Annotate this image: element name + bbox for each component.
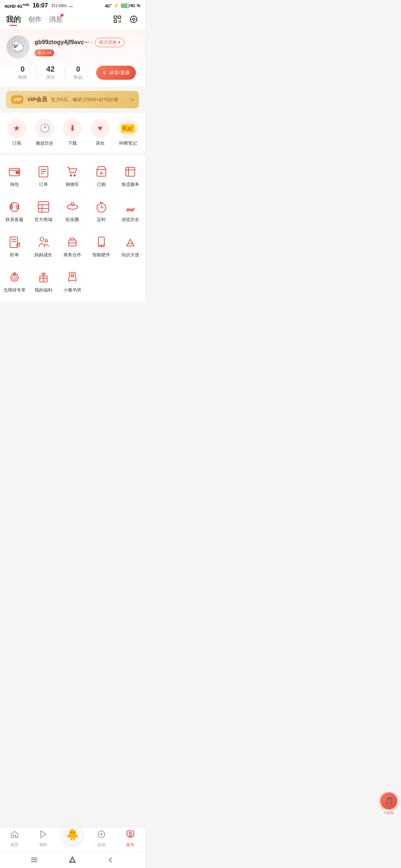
record-live-button[interactable]: 🎙 录音/直播 [96,66,136,80]
mode-switch-button[interactable]: 模式切换 ▾ [95,38,124,47]
menu-item-playlist[interactable]: 听单 [0,230,29,263]
vip-arrow-icon: > [131,97,134,103]
browsehistory-icon [123,200,138,214]
welfare-icon [36,270,51,285]
menu-item-mom[interactable]: 妈妈成长 [29,230,58,263]
works-count: 0 [65,65,92,73]
menu-item-wallet[interactable]: 钱包 [0,160,29,192]
fans-count: 0 [9,65,36,73]
history-icon-wrap: 🕐 [35,119,54,138]
status-bar: 4GHD 4G+HD 16:07 311 KB/s ... 4G+ ⚡ 91 % [0,0,145,11]
stats-row: 0 粉丝 42 关注 0 作品 🎙 录音/直播 [6,65,139,80]
menu-item-browsehistory[interactable]: 浏览历史 [116,195,145,227]
svg-rect-24 [126,167,135,176]
svg-point-47 [45,240,48,242]
business-icon [65,235,80,250]
notes-icon-wrap: Ka! [118,119,138,138]
quick-item-likes[interactable]: ♥ 喜欢 [89,119,111,147]
avatar[interactable]: 🐑 [6,35,30,59]
download-label: 下载 [68,140,77,147]
playlist-label: 听单 [10,252,19,258]
vip-title: VIP会员 [27,96,47,103]
quick-item-notes[interactable]: Ka! 咔嚓笔记 [117,119,139,147]
menu-item-accessible[interactable]: 无障碍专享 [0,266,29,298]
freeflow-label: 免流服务 [121,181,139,188]
knowledge-icon [123,235,138,250]
avatar-image: 🐑 [7,36,29,58]
stat-fans[interactable]: 0 粉丝 [9,65,36,80]
stat-works[interactable]: 0 作品 [65,65,92,80]
svg-point-21 [70,175,72,176]
battery-percent-sign: % [137,3,140,8]
menu-item-support[interactable]: 联系客服 [0,195,29,227]
menu-item-welfare[interactable]: 我的福利 [29,266,58,298]
quick-item-subscribe[interactable]: ★ 订阅 [6,119,28,147]
username[interactable]: gb99ztogy4jf9avc··· [35,39,89,46]
svg-rect-40 [10,237,17,247]
menu-item-business[interactable]: 商务合作 [58,230,87,263]
menu-item-freeflow[interactable]: 免流服务 [116,160,145,192]
mic-icon: 🎙 [102,70,107,76]
quick-actions: ★ 订阅 🕐 播放历史 ⬇ 下载 ♥ 喜欢 Ka! 咔嚓笔记 [0,113,145,152]
tab-create[interactable]: 创作 [28,15,42,24]
username-arrow: › [91,39,93,45]
notes-label: 咔嚓笔记 [119,140,137,147]
purchased-label: 已购 [97,181,106,188]
cart-icon [65,164,80,179]
history-icon: 🕐 [40,124,50,133]
signal-4g: 4G+ [105,3,112,8]
top-nav: 我的 创作 消息 [0,11,145,29]
hardware-label: 智能硬件 [92,252,110,258]
section-gap-1 [0,152,145,155]
vip-badge: 举人 v4 [35,49,54,56]
menu-item-bookroom[interactable]: 小雅书房 [58,266,87,298]
menu-row-1: 钱包 订单 [0,158,145,194]
scan-button[interactable] [112,14,123,24]
menu-section: 钱包 订单 [0,155,145,302]
svg-point-10 [133,18,135,20]
menu-item-timer[interactable]: 定时 [87,195,116,227]
settings-button[interactable] [128,14,139,24]
knowledge-label: 知识大使 [121,252,139,258]
shop-icon [36,200,51,214]
menu-item-shop[interactable]: 官方商城 [29,195,58,227]
menu-item-cart[interactable]: 购物车 [58,160,87,192]
menu-item-circle[interactable]: 听友圈 [58,195,87,227]
section-gap-2 [0,302,145,305]
profile-section: 🐑 gb99ztogy4jf9avc··· › 模式切换 ▾ 举人 v4 0 粉… [0,29,145,86]
svg-rect-16 [16,171,19,174]
purchased-icon [94,164,109,179]
menu-item-orders[interactable]: 订单 [29,160,58,192]
wallet-label: 钱包 [10,181,19,188]
extra-dots: ... [69,3,73,8]
circle-icon [65,200,80,214]
circle-label: 听友圈 [66,217,79,223]
network-speed: 311 KB/s [51,4,67,8]
profile-top: 🐑 gb99ztogy4jf9avc··· › 模式切换 ▾ 举人 v4 [6,35,139,59]
orders-icon [36,164,51,179]
subscribe-icon: ★ [13,124,20,133]
menu-item-purchased[interactable]: 已购 [87,160,116,192]
stat-following[interactable]: 42 关注 [37,65,64,80]
mom-icon [36,235,51,250]
following-count: 42 [37,65,64,73]
svg-point-27 [10,203,19,211]
status-right: 4G+ ⚡ 91 % [105,3,140,9]
welfare-label: 我的福利 [35,287,52,293]
tab-message[interactable]: 消息 [49,15,62,24]
fans-label: 粉丝 [9,74,36,80]
vip-banner[interactable]: VIP VIP会员 首月6元，畅听27800+好书好课 > [6,91,139,108]
svg-rect-28 [38,202,49,205]
menu-item-knowledge[interactable]: 知识大使 [116,230,145,263]
battery-fill [122,4,127,7]
menu-item-hardware[interactable]: 智能硬件 [87,230,116,263]
quick-item-history[interactable]: 🕐 播放历史 [33,119,56,147]
menu-row-3: 听单 妈妈成长 [0,229,145,264]
tab-mine[interactable]: 我的 [6,14,21,24]
svg-rect-0 [114,16,117,19]
history-label: 播放历史 [36,140,53,147]
heart-icon: ♥ [98,124,102,133]
quick-item-download[interactable]: ⬇ 下载 [61,119,84,147]
notes-icon: Ka! [121,124,135,133]
nav-icons [112,14,139,24]
